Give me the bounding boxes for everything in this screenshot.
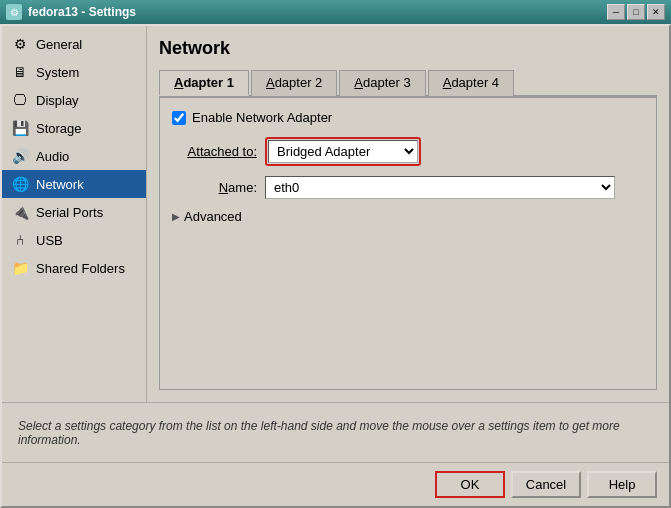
window-title: fedora13 - Settings [28,5,136,19]
ok-label: OK [461,477,480,492]
storage-icon: 💾 [10,118,30,138]
shared-folders-icon: 📁 [10,258,30,278]
sidebar-label-display: Display [36,93,79,108]
sidebar-label-serial-ports: Serial Ports [36,205,103,220]
cancel-button[interactable]: Cancel [511,471,581,498]
help-button[interactable]: Help [587,471,657,498]
title-bar: ⚙ fedora13 - Settings ─ □ ✕ [0,0,671,24]
audio-icon: 🔊 [10,146,30,166]
page-title: Network [159,38,657,59]
sidebar-item-display[interactable]: 🖵Display [2,86,146,114]
maximize-button[interactable]: □ [627,4,645,20]
info-text: Select a settings category from the list… [18,419,653,447]
sidebar-item-shared-folders[interactable]: 📁Shared Folders [2,254,146,282]
advanced-row[interactable]: ▶ Advanced [172,209,644,224]
tab-adapter1[interactable]: Adapter 1 [159,70,249,96]
sidebar-label-network: Network [36,177,84,192]
help-label: Help [609,477,636,492]
main-window: ⚙General🖥System🖵Display💾Storage🔊Audio🌐Ne… [0,24,671,508]
advanced-triangle-icon: ▶ [172,211,180,222]
settings-box: Enable Network Adapter Attached to: Not … [159,97,657,390]
usb-icon: ⑃ [10,230,30,250]
sidebar-label-storage: Storage [36,121,82,136]
enable-network-label: Enable Network Adapter [192,110,332,125]
tab-adapter4[interactable]: Adapter 4 [428,70,514,96]
sidebar-label-system: System [36,65,79,80]
sidebar: ⚙General🖥System🖵Display💾Storage🔊Audio🌐Ne… [2,26,147,402]
attached-to-select[interactable]: Not attached NAT Bridged Adapter Interna… [268,140,418,163]
sidebar-label-shared-folders: Shared Folders [36,261,125,276]
window-controls: ─ □ ✕ [607,4,665,20]
serial-ports-icon: 🔌 [10,202,30,222]
enable-network-checkbox[interactable] [172,111,186,125]
minimize-button[interactable]: ─ [607,4,625,20]
cancel-label: Cancel [526,477,566,492]
info-bar: Select a settings category from the list… [2,402,669,462]
advanced-label: Advanced [184,209,242,224]
ok-button[interactable]: OK [435,471,505,498]
close-button[interactable]: ✕ [647,4,665,20]
name-row: Name: eth0 eth1 wlan0 [172,176,644,199]
name-label: Name: [172,180,257,195]
sidebar-item-system[interactable]: 🖥System [2,58,146,86]
sidebar-label-general: General [36,37,82,52]
enable-network-row: Enable Network Adapter [172,110,644,125]
main-panel: Network Adapter 1 Adapter 2 Adapter 3 Ad… [147,26,669,402]
bottom-buttons: OK Cancel Help [2,462,669,506]
system-icon: 🖥 [10,62,30,82]
sidebar-item-usb[interactable]: ⑃USB [2,226,146,254]
sidebar-item-storage[interactable]: 💾Storage [2,114,146,142]
app-icon: ⚙ [6,4,22,20]
attached-to-label: Attached to: [172,144,257,159]
attached-to-highlight: Not attached NAT Bridged Adapter Interna… [265,137,421,166]
sidebar-item-network[interactable]: 🌐Network [2,170,146,198]
content-area: ⚙General🖥System🖵Display💾Storage🔊Audio🌐Ne… [2,26,669,402]
display-icon: 🖵 [10,90,30,110]
attached-to-row: Attached to: Not attached NAT Bridged Ad… [172,137,644,166]
adapter-tabs: Adapter 1 Adapter 2 Adapter 3 Adapter 4 [159,69,657,97]
sidebar-item-audio[interactable]: 🔊Audio [2,142,146,170]
tab-adapter2[interactable]: Adapter 2 [251,70,337,96]
sidebar-item-serial-ports[interactable]: 🔌Serial Ports [2,198,146,226]
general-icon: ⚙ [10,34,30,54]
sidebar-label-audio: Audio [36,149,69,164]
sidebar-label-usb: USB [36,233,63,248]
sidebar-item-general[interactable]: ⚙General [2,30,146,58]
tab-adapter3[interactable]: Adapter 3 [339,70,425,96]
name-select[interactable]: eth0 eth1 wlan0 [265,176,615,199]
network-icon: 🌐 [10,174,30,194]
